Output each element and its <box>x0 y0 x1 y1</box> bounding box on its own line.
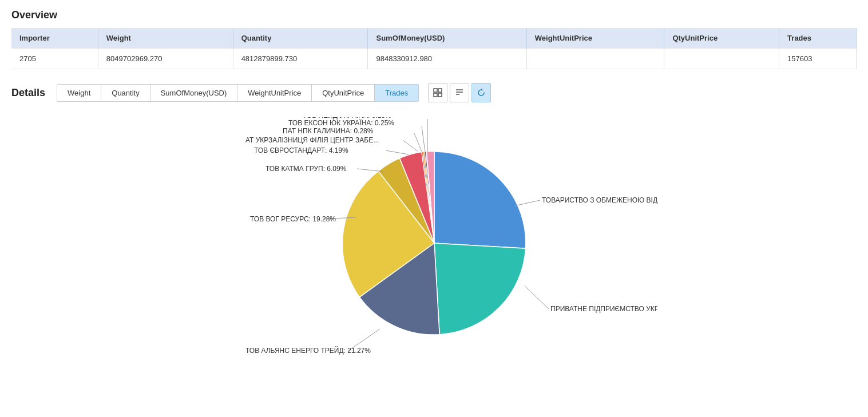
label-evro: ТОВ ЄВРОСТАНДАРТ: 4.19% <box>254 146 348 154</box>
cell-importer: 2705 <box>11 49 98 69</box>
details-tabs: Weight Quantity SumOfMoney(USD) WeightUn… <box>57 84 419 102</box>
tab-trades[interactable]: Trades <box>375 85 418 101</box>
label-pryvatne: ПРИВАТНЕ ПІДПРИЄМСТВО УКРПАЛЕТСИСTEM: 23… <box>550 305 657 313</box>
details-header: Details Weight Quantity SumOfMoney(USD) … <box>11 83 857 102</box>
label-peyd: ТОВ ПЕЙД УКРАЇНА: 0.13% <box>303 117 391 120</box>
overview-table: Importer Weight Quantity SumOfMoney(USD)… <box>11 28 857 69</box>
label-ekson: ТОВ ЕКСОН ЮК УКРАЇНА: 0.25% <box>288 119 394 127</box>
label-alians: ТОВ АЛЬЯНС ЕНЕРГО ТРЕЙД: 21.27% <box>245 346 371 355</box>
view-icons <box>428 83 491 102</box>
col-weight: Weight <box>98 28 233 49</box>
svg-rect-0 <box>434 89 437 92</box>
details-title: Details <box>11 87 45 99</box>
tab-weight-unit[interactable]: WeightUnitPrice <box>237 85 312 101</box>
label-vog: ТОВ ВОГ РЕСУРС: 19.28% <box>250 215 336 223</box>
col-importer: Importer <box>11 28 98 49</box>
tab-quantity[interactable]: Quantity <box>101 85 150 101</box>
table-row: 2705 8049702969.270 4812879899.730 98483… <box>11 49 857 69</box>
label-npk: ПАТ НПК ГАЛИЧИНА: 0.28% <box>283 127 374 135</box>
refresh-button[interactable] <box>471 83 491 102</box>
col-quantity: Quantity <box>233 28 368 49</box>
cell-weight: 8049702969.270 <box>98 49 233 69</box>
label-katma: ТОВ КАТМА ГРУП: 6.09% <box>265 165 347 173</box>
tab-weight[interactable]: Weight <box>57 85 101 101</box>
svg-rect-3 <box>438 93 442 97</box>
cell-trades: 157603 <box>779 49 857 69</box>
cell-qty-unit <box>664 49 779 69</box>
label-tovarstvo: ТОВАРИСТВО З ОБМЕЖЕНОЮ ВІДПОВІДА... <box>542 196 657 204</box>
svg-line-14 <box>414 133 422 152</box>
page-container: Overview Importer Weight Quantity SumOfM… <box>0 0 868 384</box>
chart-area: ТОВАРИСТВО З ОБМЕЖЕНОЮ ВІДПОВІДА... ПРИВ… <box>11 112 857 375</box>
table-view-button[interactable] <box>428 83 447 102</box>
label-ukrzal: АТ УКРЗАЛІЗНИЦЯ ФІЛІЯ ЦЕНТР ЗАБЕ... <box>245 136 379 144</box>
svg-rect-2 <box>434 93 437 97</box>
col-sum: SumOfMoney(USD) <box>368 28 526 49</box>
col-trades: Trades <box>779 28 857 49</box>
cell-quantity: 4812879899.730 <box>233 49 368 69</box>
overview-title: Overview <box>11 9 857 21</box>
tab-sum[interactable]: SumOfMoney(USD) <box>150 85 238 101</box>
svg-rect-1 <box>438 89 442 92</box>
tab-qty-unit[interactable]: QtyUnitPrice <box>312 85 375 101</box>
cell-sum: 9848330912.980 <box>368 49 526 69</box>
svg-line-15 <box>422 126 425 152</box>
svg-line-7 <box>514 200 540 206</box>
svg-line-12 <box>386 150 409 154</box>
list-view-button[interactable] <box>450 83 469 102</box>
svg-line-8 <box>525 286 549 309</box>
col-qty-unit: QtyUnitPrice <box>664 28 779 49</box>
pie-chart: ТОВАРИСТВО З ОБМЕЖЕНОЮ ВІДПОВІДА... ПРИВ… <box>211 117 657 369</box>
svg-line-13 <box>403 140 418 152</box>
cell-weight-unit <box>526 49 664 69</box>
col-weight-unit: WeightUnitPrice <box>526 28 664 49</box>
